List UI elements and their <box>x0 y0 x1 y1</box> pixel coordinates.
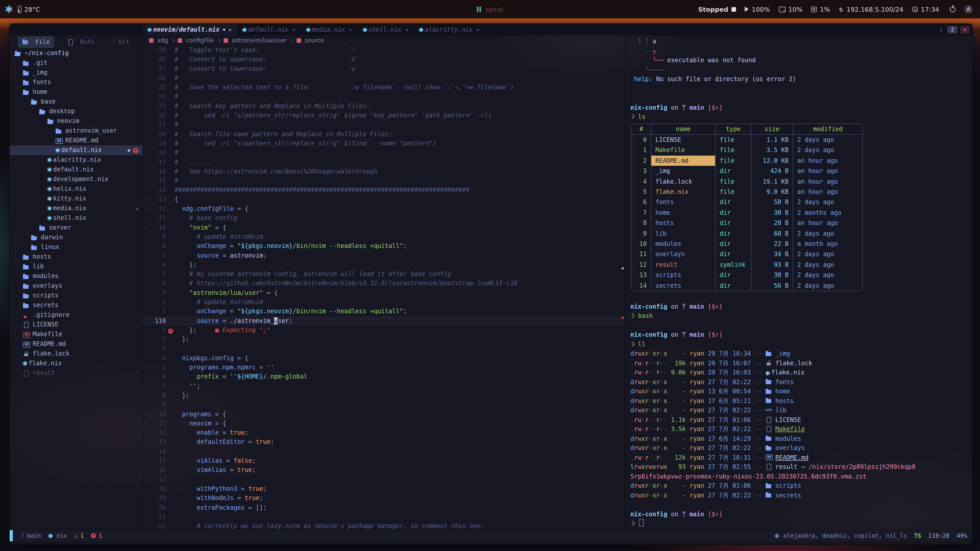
editor-line[interactable]: 13{ <box>143 195 625 204</box>
editor-line[interactable]: 19 withNodeJs = true; <box>143 494 625 503</box>
tree-item[interactable]: server <box>10 223 142 233</box>
tree-item[interactable]: secrets <box>10 300 142 310</box>
tab-close-icon[interactable] <box>405 26 408 33</box>
editor-line[interactable]: 5 programs.npm.npmrc = '' <box>143 363 625 372</box>
editor-line[interactable]: 2 # update AstroNvim <box>143 297 625 307</box>
tree-item[interactable]: media.nix <box>10 203 142 213</box>
editor-line[interactable]: 4 nixpkgs.config = { <box>143 354 625 363</box>
fold-icon[interactable] <box>143 223 151 232</box>
tree-item[interactable]: result <box>10 368 142 378</box>
breadcrumb-item[interactable]: configFile <box>186 37 214 44</box>
neotree-tab-file[interactable]: File <box>18 36 54 48</box>
editor-line[interactable]: 7 source = astronvim; <box>143 251 625 260</box>
editor-line[interactable]: 24# <box>143 92 625 102</box>
editor-line[interactable]: 5 # my cusotom astronvim config, astronv… <box>143 269 625 279</box>
editor-line[interactable]: 1 onChange = "${pkgs.neovim}/bin/nvim --… <box>143 307 625 316</box>
terminal-pane[interactable]: 1 │ a · ┬ · ╰── executable was not found… <box>625 35 972 530</box>
editor-line[interactable]: 21 <box>143 512 625 522</box>
buffer-tab[interactable]: shell.nix <box>358 24 414 35</box>
editor-line[interactable]: 14######################################… <box>143 186 625 195</box>
tree-item[interactable]: fonts <box>10 78 142 87</box>
disk-widget[interactable]: 10% <box>779 5 803 13</box>
tree-item[interactable]: helix.nix <box>10 184 142 194</box>
editor-line[interactable]: 18 withPython3 = true; <box>143 484 625 494</box>
editor-line[interactable]: 6 prefix = ''${HOME}/.npm-global <box>143 372 625 382</box>
editor-line[interactable]: 27# Convert to lowercase: `u` <box>143 64 625 73</box>
tree-item[interactable]: _img <box>10 68 142 78</box>
tree-item[interactable]: scripts <box>10 291 142 300</box>
tree-item[interactable]: alacritty.nix <box>10 155 142 165</box>
tree-item[interactable]: modules <box>10 272 142 281</box>
editor-line[interactable]: 3 "astronvim/lua/user" = { <box>143 288 625 297</box>
tree-item[interactable]: hosts <box>10 252 142 262</box>
editor-line[interactable]: 16 vimAlias = true; <box>143 465 625 475</box>
editor-line[interactable]: 9 # update AstroNvim <box>143 232 625 241</box>
tree-item[interactable]: default.nix <box>10 165 142 175</box>
editor-line[interactable]: 9 <box>143 400 625 410</box>
media-widget[interactable]: spiral <box>477 5 503 13</box>
editor-line[interactable]: 8 onChange = "${pkgs.neovim}/bin/nvim --… <box>143 241 625 251</box>
buffer-tab[interactable]: neovim/default.nix <box>142 24 237 35</box>
editor-line[interactable]: 18# <box>143 148 625 158</box>
editor-line[interactable]: 25# Save the selected text to a file: `:… <box>143 83 625 92</box>
recording-widget[interactable]: Stopped <box>698 5 736 13</box>
editor-line[interactable]: 12 enable = true; <box>143 428 625 437</box>
clock-widget[interactable]: 17:34 <box>912 5 939 13</box>
tree-item[interactable]: development.nix <box>10 175 142 184</box>
prompt-line[interactable]: ls <box>630 112 972 122</box>
fold-icon[interactable] <box>143 204 151 213</box>
tree-item[interactable]: README.md <box>10 136 142 145</box>
editor-line[interactable]: 17 <box>143 475 625 484</box>
editor-line[interactable]: 10 "nvim" = { <box>143 223 625 232</box>
editor-line[interactable]: 23# Search key pattern and Replace in Mu… <box>143 102 625 111</box>
fold-icon[interactable] <box>143 410 151 419</box>
editor-line[interactable]: 3 <box>143 344 625 354</box>
tree-item[interactable]: darwin <box>10 233 142 242</box>
tree-item[interactable]: flake.nix <box>10 359 142 368</box>
tree-item[interactable]: flake.lock <box>10 349 142 359</box>
tree-item[interactable]: overlays <box>10 281 142 291</box>
fold-icon[interactable] <box>143 288 151 297</box>
editor-line[interactable]: 15 viAlias = false; <box>143 456 625 465</box>
diagnostics-warning[interactable]: 1 <box>74 532 84 539</box>
breadcrumb-item[interactable]: astronvim/lua/user <box>232 37 287 44</box>
editor-line[interactable]: 17# ...... <box>143 157 625 167</box>
tree-item[interactable]: shell.nix <box>10 213 142 223</box>
editor-line[interactable]: 8 }; <box>143 391 625 400</box>
tree-item[interactable]: README.md <box>10 339 142 349</box>
tab-close-icon[interactable] <box>292 26 296 33</box>
editor-line[interactable]: 20 extraPackages = []; <box>143 503 625 512</box>
fold-icon[interactable] <box>143 195 151 204</box>
diagnostics-error[interactable]: 1 <box>91 532 102 539</box>
editor-line[interactable]: 22# sed -ri "s/pattern_str/replace_str/g… <box>143 111 625 120</box>
editor-line[interactable]: 21# <box>143 120 625 130</box>
tree-item[interactable]: linux <box>10 242 142 252</box>
editor-line[interactable]: 26# <box>143 73 625 83</box>
editor-line[interactable]: 13 defaultEditor = true; <box>143 437 625 447</box>
buffer-tab[interactable]: default.nix <box>237 24 301 35</box>
editor-line[interactable]: 11 # base config <box>143 213 625 223</box>
editor-line[interactable]: 16# See https://astronvim.com/Basic%20Us… <box>143 167 625 176</box>
neotree-tab-bufs[interactable]: Bufs <box>63 36 99 48</box>
tree-item[interactable]: desktop <box>10 106 142 116</box>
fold-icon[interactable] <box>143 363 151 372</box>
tree-root[interactable]: ~/nix-config <box>10 48 142 58</box>
cpu-widget[interactable]: 1% <box>811 5 830 13</box>
editor-line[interactable]: 110 source = ./astronvim_user; <box>143 316 625 326</box>
editor-line[interactable]: 6 }; <box>143 260 625 270</box>
editor-line[interactable]: 10 programs = { <box>143 410 625 419</box>
tabpage-indicator[interactable]: 2 <box>947 26 958 33</box>
tabline-close-button[interactable] <box>960 26 970 33</box>
breadcrumb-item[interactable]: xdg <box>157 37 168 44</box>
tree-item[interactable]: neovim <box>10 116 142 126</box>
breadcrumb-item[interactable]: source <box>305 37 324 44</box>
prompt-line[interactable]: ll <box>630 340 972 349</box>
tree-item[interactable]: .gitignore <box>10 310 142 320</box>
editor-line[interactable]: 2 }; <box>143 335 625 344</box>
editor-line[interactable]: 15# <box>143 176 625 186</box>
tree-item[interactable]: default.nix <box>10 145 142 155</box>
fold-icon[interactable] <box>143 354 151 363</box>
tree-item[interactable]: Makefile <box>10 330 142 339</box>
volume-widget[interactable]: 100% <box>745 5 770 13</box>
editor-line[interactable]: 11 neovim = { <box>143 419 625 428</box>
